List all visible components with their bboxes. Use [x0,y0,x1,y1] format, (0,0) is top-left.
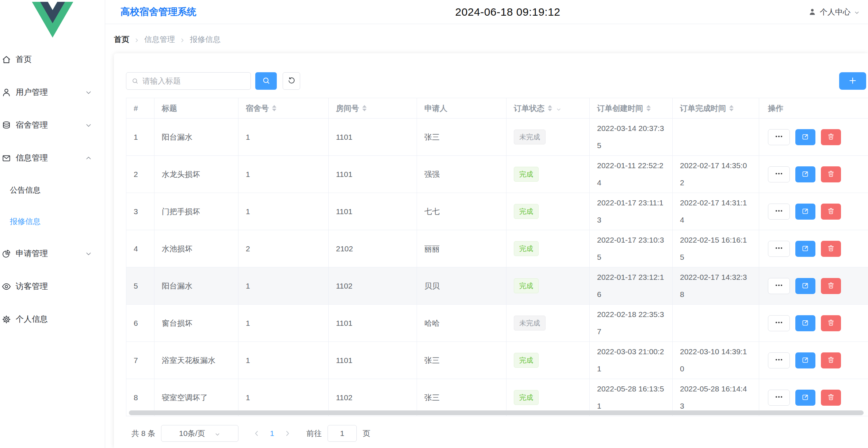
breadcrumb-home[interactable]: 首页 [114,34,129,45]
sort-carets-icon[interactable] [729,105,734,111]
prev-page-button[interactable] [253,430,260,437]
cell-created: 2022-01-17 23:12:16 [590,267,673,305]
page-size-value: 10条/页 [179,428,205,439]
row-more-button[interactable] [768,204,790,220]
sidebar-item-applications[interactable]: 申请管理 [0,237,105,270]
row-delete-button[interactable] [821,241,841,257]
cell-room: 1101 [329,342,417,379]
sidebar-item-label: 个人信息 [16,314,92,325]
cell-dorm: 2 [238,230,329,267]
row-delete-button[interactable] [821,390,841,406]
edit-icon [801,318,810,328]
row-edit-button[interactable] [795,129,815,145]
column-header-room[interactable]: 房间号 [329,98,417,119]
trash-icon [827,393,835,402]
column-header-completed[interactable]: 订单完成时间 [673,98,759,119]
page-size-select[interactable]: 10条/页 [161,425,238,442]
sidebar-subitem-announcements[interactable]: 公告信息 [0,174,105,206]
cell-applicant: 七七 [417,193,506,230]
row-delete-button[interactable] [821,352,841,368]
cell-title: 阳台漏水 [154,267,238,305]
refresh-icon [287,77,295,86]
sidebar-menu: 首页 用户管理 宿舍管理 [0,43,105,336]
cell-status: 未完成 [506,119,590,156]
cell-actions [759,119,868,156]
table-header-row: # 标题 宿舍号 房间号 申请人 订单状态 订单创建时间 订单完成时间 操作 [126,98,868,119]
refresh-button[interactable] [283,72,300,90]
sidebar-item-dorms[interactable]: 宿舍管理 [0,109,105,142]
row-delete-button[interactable] [821,278,841,294]
trash-icon [827,281,835,291]
row-more-button[interactable] [768,278,790,294]
search-button[interactable] [255,72,277,90]
row-more-button[interactable] [768,129,790,145]
row-edit-button[interactable] [795,390,815,406]
cell-applicant: 强强 [417,156,506,193]
cell-status: 完成 [506,342,590,379]
cell-dorm: 1 [238,119,329,156]
page-number[interactable]: 1 [270,429,274,438]
row-more-button[interactable] [768,166,790,182]
sidebar-subitem-label: 报修信息 [10,216,41,227]
pie-chart-icon [1,249,11,259]
row-delete-button[interactable] [821,315,841,331]
row-edit-button[interactable] [795,315,815,331]
row-delete-button[interactable] [821,204,841,220]
user-menu[interactable]: 个人中心 [808,7,860,17]
cell-status: 未完成 [506,305,590,342]
goto-label: 前往 [306,428,322,439]
status-badge: 未完成 [514,130,546,144]
status-badge: 完成 [514,204,539,219]
search-input[interactable] [142,77,245,85]
sidebar-item-profile[interactable]: 个人信息 [0,303,105,336]
column-header-status[interactable]: 订单状态 [506,98,590,119]
column-header-dorm[interactable]: 宿舍号 [238,98,329,119]
search-icon [262,76,271,86]
search-icon [131,77,139,85]
sort-carets-icon[interactable] [548,105,552,111]
content-card: # 标题 宿舍号 房间号 申请人 订单状态 订单创建时间 订单完成时间 操作 1… [114,53,868,448]
row-edit-button[interactable] [795,166,815,182]
cell-title: 窗台损坏 [154,305,238,342]
sidebar-item-users[interactable]: 用户管理 [0,76,105,109]
cell-index: 3 [126,193,154,230]
row-more-button[interactable] [768,390,790,406]
toolbar [126,72,868,90]
sidebar-subitem-repairs[interactable]: 报修信息 [0,206,105,237]
row-edit-button[interactable] [795,352,815,368]
sidebar-item-messages[interactable]: 信息管理 [0,142,105,174]
row-more-button[interactable] [768,315,790,331]
sort-carets-icon[interactable] [646,105,651,111]
row-more-button[interactable] [768,241,790,257]
edit-icon [801,356,810,365]
cell-applicant: 张三 [417,342,506,379]
filter-chevron-icon[interactable] [556,105,562,111]
next-page-button[interactable] [284,430,291,437]
sidebar-item-home[interactable]: 首页 [0,43,105,76]
add-button[interactable] [839,72,866,90]
gear-icon [1,314,11,324]
row-more-button[interactable] [768,352,790,368]
cell-dorm: 1 [238,193,329,230]
row-delete-button[interactable] [821,129,841,145]
row-edit-button[interactable] [795,278,815,294]
goto-page-input[interactable] [328,425,357,442]
row-edit-button[interactable] [795,204,815,220]
status-badge: 完成 [514,353,539,368]
pagination-total: 共 8 条 [131,428,155,439]
column-header-created[interactable]: 订单创建时间 [590,98,673,119]
vue-logo-icon [30,2,75,38]
cell-index: 4 [126,230,154,267]
row-edit-button[interactable] [795,241,815,257]
cell-title: 浴室天花板漏水 [154,342,238,379]
row-delete-button[interactable] [821,166,841,182]
sort-carets-icon[interactable] [362,105,367,111]
horizontal-scrollbar[interactable] [129,410,864,415]
cell-completed: 2022-02-17 14:31:14 [673,193,759,230]
sidebar-item-visitors[interactable]: 访客管理 [0,270,105,303]
repairs-table: # 标题 宿舍号 房间号 申请人 订单状态 订单创建时间 订单完成时间 操作 1… [126,98,868,415]
sort-carets-icon[interactable] [272,105,276,111]
table-row: 4 水池损坏 2 2102 丽丽 完成 2022-01-17 23:10:35 … [126,230,868,267]
cell-completed: 2022-02-17 14:32:38 [673,267,759,305]
cell-dorm: 1 [238,305,329,342]
